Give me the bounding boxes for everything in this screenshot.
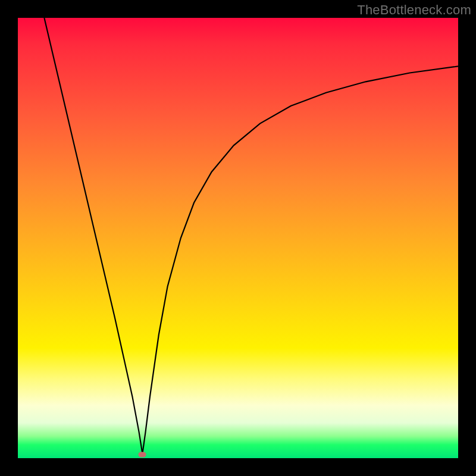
watermark-text: TheBottleneck.com bbox=[357, 2, 471, 18]
plot-area bbox=[18, 18, 458, 458]
bottleneck-curve bbox=[18, 18, 458, 458]
curve-path bbox=[44, 18, 458, 454]
chart-frame: TheBottleneck.com bbox=[0, 0, 476, 476]
minimum-marker bbox=[139, 452, 146, 458]
